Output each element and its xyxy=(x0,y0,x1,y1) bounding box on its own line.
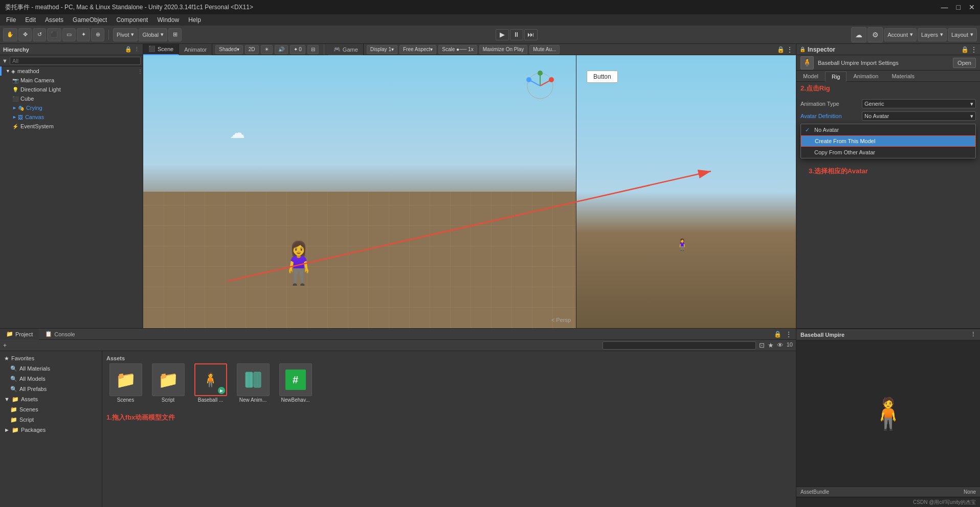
hierarchy-item-crying[interactable]: ► 🎭 Crying xyxy=(0,103,143,112)
mute-audio[interactable]: Mute Au... xyxy=(529,45,560,54)
sidebar-script[interactable]: 📁 Script xyxy=(0,414,102,425)
play-button[interactable]: ▶ xyxy=(496,29,509,40)
asset-newbehav[interactable]: # NewBehav... xyxy=(276,363,315,403)
sidebar-scenes[interactable]: 📁 Scenes xyxy=(0,404,102,414)
hierarchy-item-label: Canvas xyxy=(25,114,44,120)
project-lock-icon[interactable]: 🔒 xyxy=(774,331,782,338)
scale-control[interactable]: Scale ●── 1x xyxy=(438,45,477,54)
hand-tool[interactable]: ✋ xyxy=(3,28,17,41)
tab-game[interactable]: 🎮 Game xyxy=(328,44,364,55)
sidebar-all-models[interactable]: 🔍 All Models xyxy=(0,374,102,384)
scale-tool[interactable]: ⬛ xyxy=(47,28,61,41)
light-icon: 💡 xyxy=(12,87,18,93)
project-menu-icon[interactable]: ⋮ xyxy=(786,331,792,338)
step-button[interactable]: ⏭ xyxy=(524,29,538,40)
hierarchy-menu-icon[interactable]: ⋮ xyxy=(134,46,140,53)
menu-edit[interactable]: Edit xyxy=(21,15,40,25)
view-menu-icon[interactable]: ⋮ xyxy=(787,46,793,53)
gizmos-btn[interactable]: ⊟ xyxy=(307,45,319,54)
dropdown-copy-from-avatar[interactable]: Copy From Other Avatar xyxy=(801,147,975,158)
rotate-tool[interactable]: ↺ xyxy=(33,28,46,41)
asset-baseball-umpire[interactable]: 🧍 ▶ Baseball ... xyxy=(191,363,230,403)
rect-tool[interactable]: ▭ xyxy=(62,28,76,41)
display-dropdown[interactable]: Display 1 ▾ xyxy=(367,45,397,54)
open-button[interactable]: Open xyxy=(953,58,976,68)
asset-new-anim[interactable]: New Anim... xyxy=(234,363,272,403)
asset-script[interactable]: 📁 Script xyxy=(149,363,187,403)
asset-scenes[interactable]: 📁 Scenes xyxy=(106,363,145,403)
snap-btn[interactable]: ⊞ xyxy=(168,28,182,41)
hierarchy-item-cube[interactable]: ⬛ Cube xyxy=(0,94,143,103)
menu-help[interactable]: Help xyxy=(184,15,205,25)
pause-button[interactable]: ⏸ xyxy=(510,29,523,40)
multi-tool[interactable]: ✦ xyxy=(77,28,90,41)
scenes-folder-icon: 📁 xyxy=(109,363,142,396)
toolbar: ✋ ✥ ↺ ⬛ ▭ ✦ ⊕ Pivot ▾ Global ▾ ⊞ ▶ ⏸ ⏭ ☁… xyxy=(0,26,980,44)
minimize-button[interactable]: — xyxy=(941,3,948,11)
asset-preview-menu[interactable]: ⋮ xyxy=(970,331,976,337)
hierarchy-item-meathod[interactable]: ▼ ◈ meathod ⋮ xyxy=(0,66,143,76)
hierarchy-search-input[interactable] xyxy=(10,57,141,65)
move-tool[interactable]: ✥ xyxy=(18,28,32,41)
dropdown-no-avatar[interactable]: ✓ No Avatar xyxy=(801,124,975,135)
tab-animator[interactable]: Animator xyxy=(179,44,212,55)
menu-file[interactable]: File xyxy=(2,15,20,25)
account-dropdown[interactable]: Account ▾ xyxy=(884,28,917,41)
hierarchy-options-icon[interactable]: ⋮ xyxy=(138,68,143,74)
tab-materials[interactable]: Materials xyxy=(885,71,921,81)
dropdown-create-from-model[interactable]: Create From This Model xyxy=(801,135,975,147)
layers-dropdown[interactable]: Layers ▾ xyxy=(918,28,947,41)
inspector-lock2-icon[interactable]: 🔒 xyxy=(961,46,969,53)
view-lock-icon[interactable]: 🔒 xyxy=(777,46,785,53)
layout-dropdown[interactable]: Layout ▾ xyxy=(948,28,977,41)
sidebar-packages[interactable]: ► 📁 Packages xyxy=(0,425,102,435)
menu-assets[interactable]: Assets xyxy=(41,15,68,25)
tab-rig[interactable]: Rig xyxy=(825,72,847,82)
tab-animation[interactable]: Animation xyxy=(847,71,885,81)
add-icon[interactable]: + xyxy=(3,342,7,349)
hierarchy-item-eventsystem[interactable]: ⚡ EventSystem xyxy=(0,122,143,131)
menu-component[interactable]: Component xyxy=(112,15,152,25)
global-dropdown[interactable]: Global ▾ xyxy=(139,28,167,41)
aspect-dropdown[interactable]: Free Aspect ▾ xyxy=(399,45,436,54)
collab-button[interactable]: ☁ xyxy=(851,27,866,42)
menu-gameobject[interactable]: GameObject xyxy=(69,15,111,25)
shading-dropdown[interactable]: Shaded ▾ xyxy=(215,45,242,54)
menu-window[interactable]: Window xyxy=(153,15,183,25)
menu-bar: File Edit Assets GameObject Component Wi… xyxy=(0,14,980,26)
maximize-button[interactable]: □ xyxy=(956,3,961,11)
services-button[interactable]: ⚙ xyxy=(867,27,883,42)
scene-gizmo[interactable] xyxy=(525,71,555,101)
inspector-menu-icon[interactable]: ⋮ xyxy=(971,46,977,53)
avatar-definition-dropdown[interactable]: No Avatar ▾ xyxy=(862,111,976,121)
game-view[interactable]: Button 🧍‍♀️ xyxy=(576,55,796,328)
sidebar-all-prefabs[interactable]: 🔍 All Prefabs xyxy=(0,384,102,394)
sidebar-favorites-header[interactable]: ★ Favorites xyxy=(0,353,102,363)
fx-btn[interactable]: ✦ 0 xyxy=(290,45,305,54)
hierarchy-item-directionallight[interactable]: 💡 Directional Light xyxy=(0,85,143,94)
custom-tool[interactable]: ⊕ xyxy=(91,28,104,41)
2d-toggle[interactable]: 2D xyxy=(245,45,259,54)
tab-scene[interactable]: ⬛ Scene xyxy=(143,44,179,55)
hide-icon[interactable]: 👁 xyxy=(777,341,784,349)
tab-model[interactable]: Model xyxy=(796,71,825,81)
sidebar-assets-header[interactable]: ▼ 📁 Assets xyxy=(0,394,102,404)
maximize-on-play[interactable]: Maximize On Play xyxy=(479,45,528,54)
lighting-btn[interactable]: ☀ xyxy=(261,45,273,54)
hierarchy-item-maincamera[interactable]: 📷 Main Camera xyxy=(0,76,143,85)
star-icon[interactable]: ★ xyxy=(768,341,774,349)
hierarchy-item-canvas[interactable]: ► 🖼 Canvas xyxy=(0,112,143,122)
sidebar-all-materials[interactable]: 🔍 All Materials xyxy=(0,363,102,374)
animation-type-dropdown[interactable]: Generic ▾ xyxy=(862,99,976,108)
assets-search-input[interactable] xyxy=(603,341,756,350)
audio-btn[interactable]: 🔊 xyxy=(275,45,288,54)
tab-console[interactable]: 📋 Console xyxy=(39,329,81,340)
close-button[interactable]: ✕ xyxy=(969,3,975,11)
expand-arrow: ▼ xyxy=(6,68,10,74)
tab-project[interactable]: 📁 Project xyxy=(0,329,39,340)
inspector-lock-icon[interactable]: 🔒 xyxy=(799,47,806,52)
pivot-dropdown[interactable]: Pivot ▾ xyxy=(113,28,138,41)
hierarchy-lock-icon[interactable]: 🔒 xyxy=(125,46,132,53)
filter-icon[interactable]: ⊡ xyxy=(759,341,765,349)
scene-view[interactable]: 🧍‍♀️ ☁ xyxy=(143,55,576,328)
